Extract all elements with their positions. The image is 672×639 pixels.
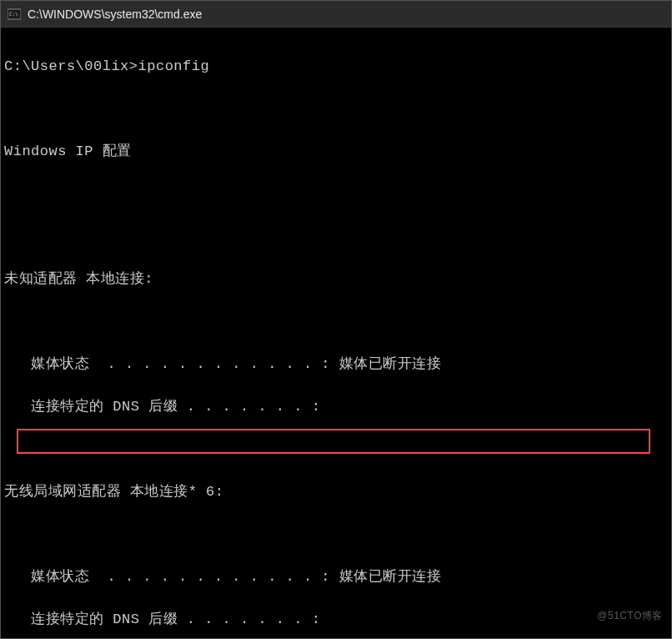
blank-line: [4, 226, 668, 248]
cmd-window: C:\ C:\WINDOWS\system32\cmd.exe C:\Users…: [0, 0, 672, 639]
blank-line: [4, 524, 668, 546]
blank-line: [4, 184, 668, 205]
watermark: @51CTO博客: [597, 608, 663, 623]
adapter-line: 连接特定的 DNS 后缀 . . . . . . . :: [4, 609, 668, 631]
prompt-line: C:\Users\00lix>ipconfig: [4, 56, 668, 78]
cmd-icon: C:\: [8, 8, 21, 21]
adapter-line: 媒体状态 . . . . . . . . . . . . : 媒体已断开连接: [4, 566, 668, 588]
adapter-line: 媒体状态 . . . . . . . . . . . . : 媒体已断开连接: [4, 354, 668, 375]
adapter-line: 连接特定的 DNS 后缀 . . . . . . . :: [4, 396, 668, 418]
blank-line: [4, 311, 668, 333]
blank-line: [4, 98, 668, 120]
header-line: Windows IP 配置: [4, 141, 668, 163]
title-bar[interactable]: C:\ C:\WINDOWS\system32\cmd.exe: [1, 1, 671, 28]
window-title: C:\WINDOWS\system32\cmd.exe: [28, 8, 202, 21]
adapter-section-title: 无线局域网适配器 本地连接* 6:: [4, 481, 668, 503]
terminal-output[interactable]: C:\Users\00lix>ipconfig Windows IP 配置 未知…: [1, 28, 671, 638]
adapter-section-title: 未知适配器 本地连接:: [4, 269, 668, 290]
svg-text:C:\: C:\: [9, 11, 18, 17]
blank-line: [4, 439, 668, 460]
